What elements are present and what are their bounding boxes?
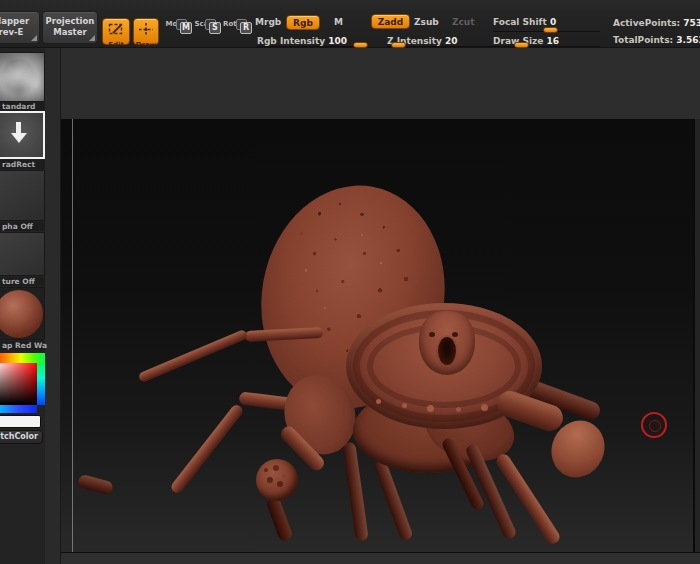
draw-size-handle[interactable] bbox=[514, 42, 529, 48]
zsub-button[interactable]: Zsub bbox=[414, 17, 439, 27]
projection-line1: Projection bbox=[43, 16, 97, 27]
spider-face bbox=[419, 311, 475, 375]
total-points-status: TotalPoints: 3.563 M bbox=[613, 35, 700, 45]
rgb-intensity-slider[interactable] bbox=[257, 46, 368, 47]
rgb-button[interactable]: Rgb bbox=[286, 15, 320, 30]
projection-master-button[interactable]: Projection Master bbox=[42, 11, 98, 44]
left-tool-tray: tandard radRect pha Off ture Off ap Red … bbox=[0, 48, 45, 564]
corner-fold-icon bbox=[31, 35, 37, 41]
canvas-guide-line bbox=[72, 119, 73, 552]
move-button[interactable]: M Move bbox=[163, 19, 189, 28]
tray-divider-strip bbox=[45, 48, 61, 564]
spider-pedipalp-ball bbox=[256, 459, 298, 501]
sculpt-canvas[interactable] bbox=[61, 119, 693, 552]
corner-fold-icon bbox=[89, 35, 95, 41]
spider-leg-center-2 bbox=[373, 459, 414, 541]
mapper-line1: Mapper bbox=[0, 16, 39, 27]
material-sphere-icon bbox=[0, 290, 43, 338]
stroke-thumbnail-dragrect[interactable] bbox=[0, 111, 45, 159]
active-points-status: ActivePoints: 753,60 bbox=[613, 18, 700, 28]
hue-strip-right[interactable] bbox=[37, 363, 45, 405]
zadd-button[interactable]: Zadd bbox=[371, 14, 410, 29]
standard-brush-swirl-shade bbox=[0, 53, 44, 101]
scale-button[interactable]: S Scale bbox=[192, 19, 218, 28]
canvas-margin-right[interactable] bbox=[693, 119, 700, 552]
edit-button[interactable]: Edit bbox=[102, 18, 130, 45]
draw-label: Draw bbox=[134, 41, 158, 49]
marquee-pen-icon bbox=[108, 23, 124, 36]
edit-label: Edit bbox=[103, 41, 129, 49]
focal-shift-handle[interactable] bbox=[543, 27, 558, 33]
brush-label: tandard bbox=[0, 102, 45, 111]
material-label: ap Red Wa bbox=[0, 341, 45, 350]
draw-cursor-inner-ring bbox=[649, 420, 661, 432]
material-thumbnail[interactable] bbox=[0, 287, 45, 340]
stroke-label: radRect bbox=[0, 160, 45, 169]
spider-leg-left-tibia-2 bbox=[169, 403, 245, 495]
down-arrow-head bbox=[11, 133, 27, 143]
hue-strip-bottom[interactable] bbox=[0, 405, 37, 413]
spider-eye-left bbox=[429, 332, 435, 337]
zcut-button[interactable]: Zcut bbox=[452, 17, 475, 27]
current-color-swatch[interactable] bbox=[0, 415, 41, 428]
mapper-plugin-button[interactable]: Mapper rev-E bbox=[0, 11, 40, 44]
spider-leg-left-tip-3 bbox=[77, 474, 114, 496]
spider-eye-right bbox=[452, 332, 458, 337]
canvas-margin-bottom[interactable] bbox=[61, 552, 700, 564]
m-button[interactable]: M bbox=[334, 17, 343, 27]
rotate-button[interactable]: R Rotate bbox=[223, 19, 249, 28]
texture-label: ture Off bbox=[0, 277, 45, 286]
crosshair-icon bbox=[139, 23, 153, 36]
switch-color-button[interactable]: tchColor bbox=[0, 430, 43, 444]
alpha-thumbnail[interactable] bbox=[0, 170, 45, 221]
brush-thumbnail-standard[interactable] bbox=[0, 52, 45, 102]
draw-size-slider[interactable] bbox=[482, 46, 600, 47]
hue-strip-top[interactable] bbox=[0, 353, 45, 363]
top-toolbar: Mapper rev-E Projection Master Edit Draw… bbox=[0, 0, 700, 48]
rgb-intensity-label: Rgb Intensity 100 bbox=[257, 36, 347, 46]
draw-cursor-ring-icon bbox=[641, 412, 667, 438]
rgb-intensity-handle[interactable] bbox=[353, 42, 368, 48]
spider-mouth bbox=[438, 337, 456, 365]
spider-pedipalp-foot bbox=[265, 495, 294, 542]
carapace-tubercles bbox=[376, 399, 381, 404]
spider-leg-left-tibia-1 bbox=[138, 329, 249, 384]
mrgb-button[interactable]: Mrgb bbox=[255, 17, 281, 27]
canvas-margin-top[interactable] bbox=[61, 48, 700, 119]
spider-leg-center-1 bbox=[342, 442, 369, 542]
saturation-value-square[interactable] bbox=[0, 363, 37, 405]
texture-thumbnail[interactable] bbox=[0, 232, 45, 276]
draw-button[interactable]: Draw bbox=[133, 18, 159, 45]
focal-shift-label: Focal Shift 0 bbox=[493, 17, 556, 27]
z-intensity-handle[interactable] bbox=[391, 42, 406, 48]
alpha-label: pha Off bbox=[0, 222, 45, 231]
